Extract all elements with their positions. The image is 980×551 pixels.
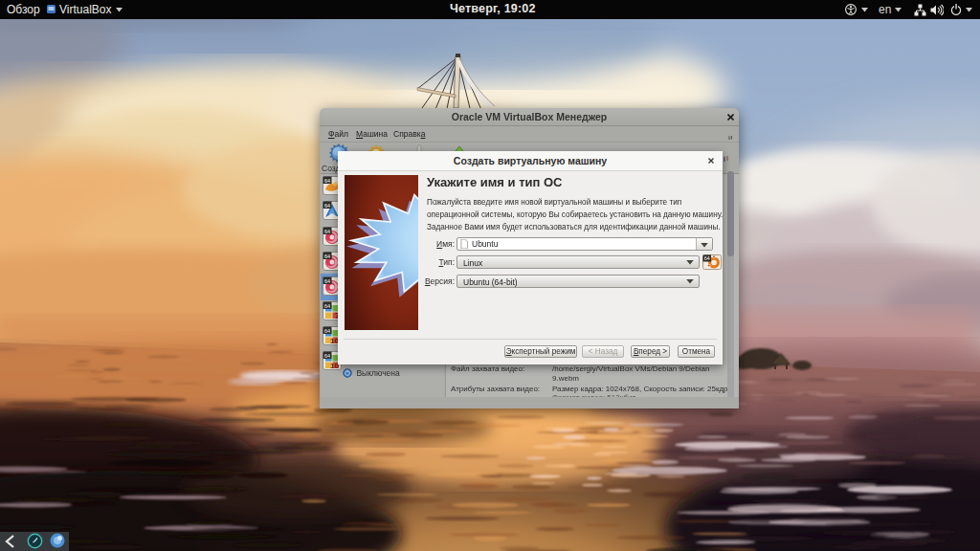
- svg-text:64: 64: [704, 255, 710, 261]
- svg-text:64: 64: [324, 178, 330, 184]
- svg-text:64: 64: [324, 253, 330, 259]
- svg-text:64: 64: [324, 328, 330, 334]
- svg-text:64: 64: [324, 203, 330, 209]
- svg-text:64: 64: [324, 353, 330, 359]
- svg-text:64: 64: [324, 229, 330, 234]
- svg-text:64: 64: [324, 303, 330, 309]
- svg-text:64: 64: [324, 278, 330, 284]
